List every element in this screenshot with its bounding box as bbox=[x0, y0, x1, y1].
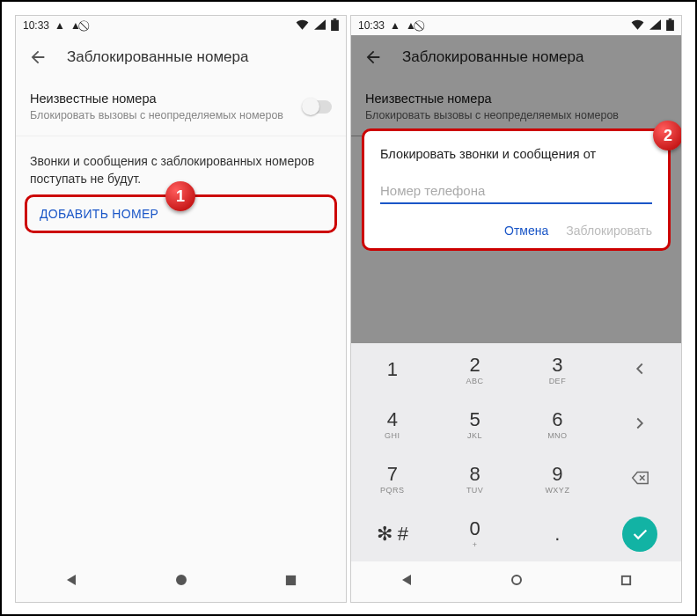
svg-rect-0 bbox=[331, 19, 339, 30]
status-bar: 10:33 ▲ ▲ ⃠ bbox=[16, 16, 346, 35]
battery-icon bbox=[666, 18, 674, 33]
dialog-title: Блокировать звонки и сообщения от bbox=[380, 147, 652, 161]
nav-recent-icon[interactable] bbox=[620, 574, 633, 590]
warning-icon: ▲ bbox=[70, 19, 81, 32]
svg-point-2 bbox=[177, 576, 186, 584]
key-symbols[interactable]: ✻ # bbox=[351, 507, 434, 561]
block-dialog: 2 Блокировать звонки и сообщения от Отме… bbox=[362, 128, 671, 251]
signal-icon bbox=[314, 19, 326, 33]
key-8[interactable]: 8TUV bbox=[434, 452, 517, 507]
chevron-right-icon bbox=[630, 414, 649, 436]
phone-screenshot-2: 10:33 ▲ ▲ ⃠ Заблокированные номера Неизв… bbox=[350, 15, 682, 603]
done-icon bbox=[622, 517, 657, 552]
key-7[interactable]: 7PQRS bbox=[351, 452, 434, 507]
status-bar: 10:33 ▲ ▲ ⃠ bbox=[351, 16, 681, 35]
nav-bar bbox=[16, 561, 346, 602]
svg-rect-3 bbox=[287, 576, 295, 583]
page-title: Заблокированные номера bbox=[67, 48, 248, 66]
nav-back-icon[interactable] bbox=[64, 573, 78, 590]
key-0[interactable]: 0+ bbox=[434, 507, 517, 561]
svg-rect-5 bbox=[669, 18, 672, 20]
add-number-highlight: ДОБАВИТЬ НОМЕР 1 bbox=[25, 194, 337, 233]
app-bar: Заблокированные номера bbox=[16, 35, 346, 79]
step-marker-1: 1 bbox=[165, 181, 195, 211]
setting-unknown-numbers[interactable]: Неизвестные номера Блокировать вызовы с … bbox=[16, 79, 346, 136]
svg-rect-4 bbox=[666, 19, 674, 30]
key-5[interactable]: 5JKL bbox=[434, 398, 517, 452]
setting-title: Неизвестные номера bbox=[30, 92, 304, 106]
nav-bar bbox=[351, 561, 681, 602]
svg-point-6 bbox=[512, 576, 521, 584]
backspace-icon bbox=[630, 468, 649, 491]
nav-home-icon[interactable] bbox=[174, 573, 188, 590]
key-2[interactable]: 2ABC bbox=[434, 343, 517, 398]
warning-icon: ▲ bbox=[390, 19, 400, 32]
nav-recent-icon[interactable] bbox=[284, 574, 297, 590]
key-4[interactable]: 4GHI bbox=[351, 398, 434, 452]
wifi-icon bbox=[296, 19, 309, 33]
key-cursor-left[interactable] bbox=[598, 343, 681, 398]
chevron-left-icon bbox=[630, 359, 649, 382]
numeric-keypad: 1 2ABC 3DEF 4GHI 5JKL 6MNO 7PQRS 8TUV 9W… bbox=[351, 343, 681, 561]
key-6[interactable]: 6MNO bbox=[517, 398, 599, 452]
phone-screenshot-1: 10:33 ▲ ▲ ⃠ Заблокированные номера Неизв… bbox=[15, 15, 347, 603]
key-dot[interactable]: . bbox=[517, 507, 599, 561]
setting-subtitle: Блокировать вызовы с неопределяемых номе… bbox=[30, 108, 304, 123]
key-3[interactable]: 3DEF bbox=[517, 343, 599, 398]
key-9[interactable]: 9WXYZ bbox=[517, 452, 599, 507]
phone-number-input[interactable] bbox=[380, 179, 652, 204]
cancel-button[interactable]: Отмена bbox=[504, 224, 548, 238]
toggle-switch[interactable] bbox=[304, 100, 332, 114]
key-backspace[interactable] bbox=[598, 452, 681, 507]
battery-icon bbox=[331, 18, 339, 33]
signal-icon bbox=[649, 19, 661, 33]
add-number-button[interactable]: ДОБАВИТЬ НОМЕР bbox=[40, 207, 158, 221]
nav-back-icon[interactable] bbox=[400, 573, 414, 590]
svg-rect-1 bbox=[334, 18, 337, 20]
warning-icon: ▲ bbox=[406, 19, 416, 32]
key-1[interactable]: 1 bbox=[351, 343, 434, 398]
block-button[interactable]: Заблокировать bbox=[566, 224, 652, 238]
status-time: 10:33 bbox=[23, 19, 49, 32]
status-time: 10:33 bbox=[358, 19, 385, 32]
warning-icon: ▲ bbox=[55, 19, 65, 32]
nav-home-icon[interactable] bbox=[510, 573, 524, 590]
key-done[interactable] bbox=[598, 507, 681, 561]
key-cursor-right[interactable] bbox=[598, 398, 681, 452]
step-marker-2: 2 bbox=[653, 121, 682, 150]
svg-rect-7 bbox=[622, 576, 630, 583]
wifi-icon bbox=[631, 19, 644, 33]
back-icon[interactable] bbox=[28, 48, 48, 67]
